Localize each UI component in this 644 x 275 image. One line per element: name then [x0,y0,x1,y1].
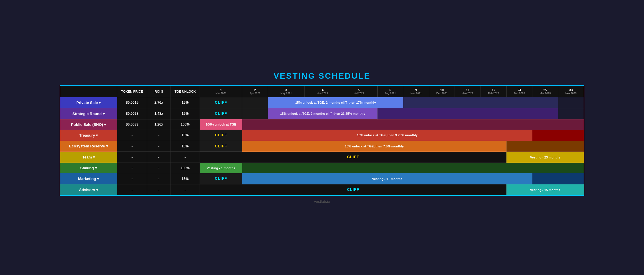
ecosystem-reserve-label[interactable]: Ecosystem Reserve ▾ [60,141,117,152]
header-month-4: 4 Jun 2021 [305,86,341,97]
marketing-unlock: Vesting - 11 months [242,173,532,184]
row-private-sale: Private Sale ▾ $0.0015 2.76x 15% CLIFF 1… [60,97,584,108]
private-sale-roi: 2.76x [147,97,170,108]
strategic-cliff-1: CLIFF [200,108,242,119]
public-sale-roi: 1.26x [147,119,170,130]
private-sale-cliff-1: CLIFF [200,97,242,108]
staking-empty [242,163,584,173]
row-team: Team ▾ - - - CLIFF Vesting - 23 months [60,152,584,163]
ecosystem-cliff: CLIFF [200,141,242,152]
ecosystem-tge: 10% [170,141,200,152]
header-month-11: 11 Jan 2022 [455,86,481,97]
marketing-cliff: CLIFF [200,173,242,184]
marketing-empty [532,173,584,184]
public-sale-empty [242,119,584,130]
team-vesting: Vesting - 23 months [506,152,584,163]
row-advisors: Advisors ▾ - - - CLIFF Vesting - 15 mont… [60,184,584,195]
header-month-6: 6 Aug 2021 [377,86,403,97]
treasury-roi: - [147,130,170,141]
header-month-25: 25 Mar 2023 [532,86,558,97]
team-tge: - [170,152,200,163]
treasury-token-price: - [117,130,147,141]
header-month-24: 24 Feb 2023 [506,86,532,97]
strategic-unlock: 15% unlock at TGE, 2 months cliff, then … [268,108,378,119]
header-month-33: 33 Nov 2023 [558,86,584,97]
staking-token-price: - [117,163,147,173]
header-month-12: 12 Feb 2022 [481,86,506,97]
row-staking: Staking ▾ - - 100% Vesting - 1 months [60,163,584,173]
staking-tge: 100% [170,163,200,173]
ecosystem-roi: - [147,141,170,152]
ecosystem-end [506,141,584,152]
advisors-token-price: - [117,184,147,195]
strategic-round-roi: 1.48x [147,108,170,119]
private-sale-empty [403,97,558,108]
row-ecosystem-reserve: Ecosystem Reserve ▾ - - 10% CLIFF 10% un… [60,141,584,152]
advisors-cliff: CLIFF [200,184,507,195]
team-label[interactable]: Team ▾ [60,152,117,163]
marketing-token-price: - [117,173,147,184]
vesting-schedule-table: TOKEN PRICE ROI $ TGE UNLOCK 1 Mar 2021 … [60,85,584,196]
header-token-price: TOKEN PRICE [117,86,147,97]
public-sale-token-price: $0.0033 [117,119,147,130]
treasury-unlock: 10% unlock at TGE, then 3.75% monthly [242,130,532,141]
row-treasury: Treasury ▾ - - 10% CLIFF 10% unlock at T… [60,130,584,141]
header-month-5: 5 Jul 2021 [341,86,377,97]
page-title: VESTING SCHEDULE [274,71,371,81]
staking-roi: - [147,163,170,173]
team-roi: - [147,152,170,163]
private-sale-cliff-2 [242,97,268,108]
strategic-round-token-price: $0.0028 [117,108,147,119]
advisors-label[interactable]: Advisors ▾ [60,184,117,195]
team-cliff: CLIFF [200,152,507,163]
public-sale-tge: 100% [170,119,200,130]
marketing-label[interactable]: Marketing ▾ [60,173,117,184]
team-token-price: - [117,152,147,163]
strategic-cliff-2 [242,108,268,119]
ecosystem-token-price: - [117,141,147,152]
strategic-round-tge: 15% [170,108,200,119]
row-marketing: Marketing ▾ - - 15% CLIFF Vesting - 11 m… [60,173,584,184]
advisors-roi: - [147,184,170,195]
strategic-empty [377,108,558,119]
header-month-10: 10 Dec 2021 [429,86,455,97]
header-roi: ROI $ [147,86,170,97]
ecosystem-unlock: 10% unlock at TGE, then 7.5% monthly [242,141,506,152]
marketing-roi: - [147,173,170,184]
header-month-9: 9 Nov 2021 [403,86,429,97]
staking-label[interactable]: Staking ▾ [60,163,117,173]
private-sale-unlock: 15% unlock at TGE, 2 months cliff, then … [268,97,403,108]
treasury-end [532,130,584,141]
header-month-2: 2 Apr 2021 [242,86,268,97]
strategic-round-label[interactable]: Strategic Round ▾ [60,108,117,119]
footer-text: vestlab.io [314,199,330,204]
treasury-tge: 10% [170,130,200,141]
private-sale-tge: 15% [170,97,200,108]
public-sale-tge-cell: 100% unlock at TGE [200,119,242,130]
vesting-table-wrapper: TOKEN PRICE ROI $ TGE UNLOCK 1 Mar 2021 … [60,85,584,196]
row-strategic-round: Strategic Round ▾ $0.0028 1.48x 15% CLIF… [60,108,584,119]
private-sale-label[interactable]: Private Sale ▾ [60,97,117,108]
marketing-tge: 15% [170,173,200,184]
public-sale-label[interactable]: Public Sale (SHO) ▾ [60,119,117,130]
header-label [60,86,117,97]
treasury-label[interactable]: Treasury ▾ [60,130,117,141]
header-month-1: 1 Mar 2021 [200,86,242,97]
staking-vesting-cell: Vesting - 1 months [200,163,242,173]
advisors-vesting: Vesting - 15 months [506,184,584,195]
treasury-cliff: CLIFF [200,130,242,141]
private-sale-token-price: $0.0015 [117,97,147,108]
advisors-tge: - [170,184,200,195]
header-tge-unlock: TGE UNLOCK [170,86,200,97]
row-public-sale: Public Sale (SHO) ▾ $0.0033 1.26x 100% 1… [60,119,584,130]
header-month-3: 3 May 2021 [268,86,305,97]
